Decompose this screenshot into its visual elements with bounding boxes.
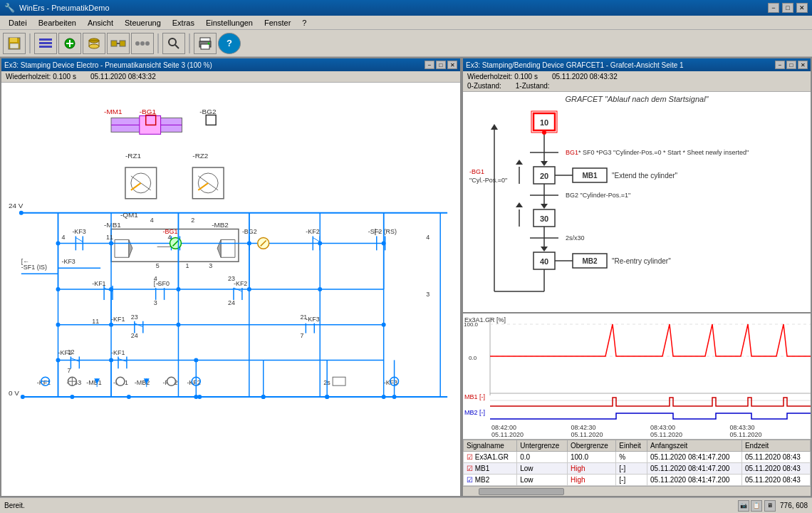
toolbar-separator-2 [157, 33, 159, 53]
toolbar-play[interactable] [34, 33, 57, 54]
svg-text:23: 23 [228, 275, 235, 282]
menu-datei[interactable]: Datei [3, 17, 33, 28]
svg-text:"Re-entry cylinder": "Re-entry cylinder" [612, 257, 671, 265]
svg-text:7: 7 [67, 367, 71, 374]
svg-line-19 [175, 45, 179, 48]
svg-point-15 [135, 41, 140, 46]
svg-text:0.0: 0.0 [469, 355, 477, 361]
svg-text:3: 3 [426, 291, 430, 298]
diagram-canvas[interactable]: 24 V 0 V -MM1 -BG1 [1, 83, 460, 496]
minimize-button[interactable]: − [768, 3, 779, 13]
svg-text:4: 4 [61, 234, 65, 241]
svg-text:-KF1: -KF1 [111, 316, 125, 323]
chart-area[interactable]: Ex3A1.GR [%] 100.0 0.0 MB1 [-] [463, 314, 811, 423]
svg-point-30 [70, 395, 74, 399]
svg-text:0 V: 0 V [9, 389, 19, 397]
status-right: 📷 📋 🖥 776, 608 [738, 500, 808, 512]
row3-end: 05.11.2020 08:43 [741, 475, 810, 486]
toolbar-add[interactable] [58, 33, 81, 54]
grafcet-minimize[interactable]: − [775, 61, 785, 69]
scrollbar-thumb[interactable] [479, 488, 564, 495]
grafcet-one-state: 1-Zustand: [516, 82, 550, 90]
svg-point-31 [127, 395, 131, 399]
menu-bearbeiten[interactable]: Bearbeiten [33, 17, 82, 28]
svg-marker-232 [516, 202, 523, 207]
svg-point-191 [194, 358, 198, 362]
row2-name: ☑ MB1 [464, 463, 517, 475]
pneumatic-minimize[interactable]: − [425, 61, 434, 69]
row3-name: ☑ MB2 [464, 475, 517, 486]
svg-text:-RZ2: -RZ2 [192, 152, 209, 160]
svg-marker-59 [221, 239, 235, 257]
toolbar-settings[interactable] [83, 33, 105, 54]
svg-text:-KF2: -KF2 [306, 228, 319, 235]
row3-checkbox[interactable]: ☑ [467, 476, 473, 484]
status-icon-3[interactable]: 🖥 [764, 500, 776, 512]
svg-text:24: 24 [228, 299, 235, 306]
svg-point-195 [392, 395, 397, 399]
col-endzeit: Endzeit [741, 440, 810, 452]
menu-einstellungen[interactable]: Einstellungen [200, 17, 259, 28]
pneumatic-controls[interactable]: − □ ✕ [425, 61, 457, 69]
status-icon-1[interactable]: 📷 [738, 500, 749, 512]
toolbar-connections[interactable] [107, 33, 130, 54]
svg-marker-211 [541, 161, 548, 166]
svg-rect-20 [200, 38, 210, 41]
signal-table-container[interactable]: Signalname Untergrenze Obergrenze Einhei… [463, 439, 811, 486]
grafcet-close[interactable]: ✕ [798, 61, 808, 69]
grafcet-name: GRAFCET "Ablauf nach dem Startsignal" [466, 95, 808, 103]
svg-text:-BG1: -BG1 [469, 168, 484, 175]
row1-unit: % [616, 452, 647, 463]
svg-point-194 [325, 395, 329, 399]
menu-help[interactable]: ? [296, 17, 312, 28]
row2-checkbox[interactable]: ☑ [467, 465, 473, 472]
time-label-4: 08:43:3005.11.2020 [730, 424, 810, 438]
toolbar-help[interactable]: ? [218, 33, 241, 54]
search-icon [167, 37, 180, 50]
status-icon-2[interactable]: 📋 [751, 500, 762, 512]
maximize-button[interactable]: □ [782, 3, 793, 13]
pneumatic-close[interactable]: ✕ [447, 61, 457, 69]
svg-rect-43 [206, 115, 216, 125]
svg-text:-KF1: -KF1 [111, 349, 125, 356]
svg-point-29 [21, 395, 25, 399]
toolbar-save[interactable] [3, 33, 26, 54]
chart-scrollbar[interactable] [463, 486, 811, 496]
svg-point-172 [116, 377, 125, 385]
menu-extras[interactable]: Extras [167, 17, 200, 28]
pneumatic-maximize[interactable]: □ [436, 61, 446, 69]
menu-steuerung[interactable]: Steuerung [119, 17, 167, 28]
toolbar-print[interactable] [194, 33, 217, 54]
table-row: ☑ MB1 Low High [-] 05.11.2020 08:41:47.2… [464, 463, 811, 475]
svg-point-199 [176, 287, 180, 291]
svg-point-177 [167, 377, 176, 385]
close-button[interactable]: ✕ [796, 3, 808, 13]
svg-text:24: 24 [131, 332, 138, 339]
menu-fenster[interactable]: Fenster [259, 17, 296, 28]
title-controls[interactable]: − □ ✕ [768, 3, 808, 13]
save-icon [8, 37, 21, 50]
toolbar-dots[interactable] [131, 33, 154, 54]
grafcet-content: GRAFCET "Ablauf nach dem Startsignal" 10 [463, 92, 811, 312]
svg-rect-5 [39, 46, 52, 48]
add-icon [63, 37, 76, 50]
svg-text:-MB2: -MB2 [212, 221, 229, 229]
svg-text:MB1: MB1 [582, 172, 598, 180]
toolbar-search[interactable] [162, 33, 185, 54]
time-label-1: 08:42:0005.11.2020 [491, 424, 571, 438]
svg-text:23: 23 [131, 314, 138, 321]
svg-point-202 [176, 323, 180, 327]
svg-text:4: 4 [154, 275, 157, 282]
row2-start: 05.11.2020 08:41:47.200 [647, 463, 742, 475]
menu-bar: Datei Bearbeiten Ansicht Steuerung Extra… [0, 16, 812, 30]
print-icon [199, 37, 212, 50]
menu-ansicht[interactable]: Ansicht [82, 17, 119, 28]
svg-text:-BG1: -BG1 [140, 108, 157, 115]
svg-marker-227 [541, 204, 548, 209]
svg-point-201 [318, 287, 322, 291]
grafcet-controls[interactable]: − □ ✕ [775, 61, 808, 69]
time-axis: 08:42:0005.11.2020 08:42:3005.11.2020 08… [463, 423, 811, 439]
row1-checkbox[interactable]: ☑ [467, 453, 473, 461]
col-untergrenze: Untergrenze [517, 440, 568, 452]
grafcet-maximize[interactable]: □ [786, 61, 796, 69]
